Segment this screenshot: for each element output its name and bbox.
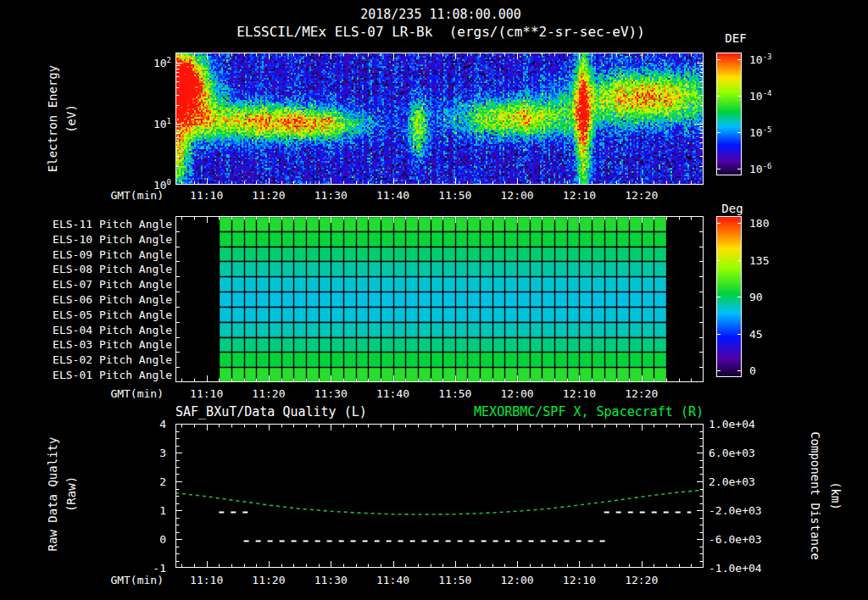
deg-colorbar-title: Deg: [721, 202, 743, 215]
x-tick-label: 11:40: [376, 189, 409, 202]
timestamp-title: 2018/235 11:08:00.000: [127, 7, 754, 22]
pitch-row-label: ELS-04 Pitch Angle: [53, 323, 172, 336]
quality-ytick-label: -1: [153, 562, 166, 575]
deg-colorbar-canvas: [716, 216, 742, 377]
x-tick-label: 11:30: [314, 574, 348, 586]
x-tick-label: 11:30: [314, 189, 348, 202]
energy-ytick-label: 101: [153, 117, 171, 131]
def-colorbar-tick-label: 10-4: [749, 89, 772, 103]
energy-ytick-label: 100: [153, 178, 171, 192]
x-tick-label: 12:00: [501, 189, 534, 202]
def-colorbar-tick-label: 10-3: [749, 53, 772, 66]
distance-ytick-label: 2.0e+03: [709, 475, 755, 488]
distance-ytick-label: -6.0e+03: [709, 533, 762, 546]
pitch-row-label: ELS-02 Pitch Angle: [53, 353, 172, 366]
gmt-axis-label-2: GMT(min): [110, 387, 164, 400]
def-colorbar-tick-label: 10-6: [749, 162, 772, 175]
def-colorbar-title: DEF: [725, 31, 746, 45]
quality-y-axis-label: Raw Data Quality: [46, 437, 59, 552]
quality-ytick-label: 4: [159, 418, 166, 431]
x-tick-label: 12:00: [501, 574, 534, 586]
x-tick-label: 12:10: [563, 574, 596, 586]
spectrogram-y-axis-label: Electron Energy: [46, 65, 59, 172]
x-tick-label: 11:40: [376, 387, 409, 400]
distance-ytick-label: 6.0e+03: [709, 447, 755, 459]
electron-energy-spectrogram-canvas: [175, 53, 704, 185]
x-tick-label: 11:30: [314, 387, 348, 400]
pitch-angle-heatmap-canvas: [175, 216, 704, 382]
x-tick-label: 11:50: [438, 189, 471, 202]
quality-ytick-label: 2: [159, 475, 166, 488]
plot-subtitle: ELSSCIL/MEx ELS-07 LR-Bk (ergs/(cm**2-sr…: [93, 24, 788, 40]
x-tick-label: 11:10: [190, 387, 223, 400]
distance-series-title: MEXORBMC/SPF X, Spacecraft (R): [474, 404, 704, 419]
deg-colorbar-tick-label: 0: [749, 364, 756, 377]
pitch-row-label: ELS-09 Pitch Angle: [53, 247, 172, 260]
spectrogram-y-axis-units: (eV): [64, 104, 78, 133]
pitch-row-label: ELS-11 Pitch Angle: [53, 217, 172, 230]
pitch-row-label: ELS-10 Pitch Angle: [53, 232, 172, 245]
x-tick-label: 11:10: [190, 189, 223, 202]
energy-ytick-label: 102: [153, 56, 171, 69]
def-colorbar-tick-label: 10-5: [749, 125, 772, 139]
x-tick-label: 12:00: [501, 387, 534, 400]
x-tick-label: 11:10: [190, 574, 223, 586]
x-tick-label: 11:50: [438, 387, 471, 400]
x-tick-label: 12:20: [625, 189, 658, 202]
plot-screen: 2018/235 11:08:00.000 ELSSCIL/MEx ELS-07…: [0, 0, 868, 600]
pitch-row-label: ELS-01 Pitch Angle: [53, 369, 172, 381]
pitch-row-label: ELS-06 Pitch Angle: [53, 293, 172, 306]
quality-series-title: SAF_BXuT/Data Quality (L): [175, 404, 367, 419]
x-tick-label: 12:10: [563, 189, 596, 202]
pitch-row-label: ELS-05 Pitch Angle: [53, 308, 172, 320]
quality-ytick-label: 0: [159, 533, 166, 546]
pitch-row-label: ELS-03 Pitch Angle: [53, 338, 172, 351]
distance-ytick-label: -1.0e+04: [709, 562, 762, 575]
x-tick-label: 12:20: [625, 387, 658, 400]
x-tick-label: 11:20: [252, 189, 285, 202]
def-colorbar-canvas: [716, 53, 742, 175]
quality-ytick-label: 1: [159, 504, 166, 517]
x-tick-label: 12:20: [625, 574, 658, 586]
gmt-axis-label-3: GMT(min): [110, 574, 164, 586]
quality-y-axis-units: (Raw): [64, 476, 78, 512]
deg-colorbar-tick-label: 135: [749, 253, 769, 266]
distance-y-axis-units: (km): [829, 481, 843, 510]
x-tick-label: 11:50: [438, 574, 471, 586]
pitch-row-label: ELS-08 Pitch Angle: [53, 263, 172, 275]
quality-distance-plot-canvas: [175, 424, 704, 568]
distance-y-axis-label: Component Distance: [809, 431, 822, 560]
x-tick-label: 11:20: [252, 574, 285, 586]
x-tick-label: 11:40: [376, 574, 409, 586]
x-tick-label: 11:20: [252, 387, 285, 400]
deg-colorbar-tick-label: 180: [749, 217, 769, 230]
distance-ytick-label: 1.0e+04: [709, 418, 755, 431]
distance-ytick-label: -2.0e+03: [709, 504, 762, 517]
deg-colorbar-tick-label: 45: [749, 327, 763, 340]
x-tick-label: 12:10: [563, 387, 596, 400]
quality-ytick-label: 3: [159, 447, 166, 459]
deg-colorbar-tick-label: 90: [749, 291, 763, 303]
pitch-row-label: ELS-07 Pitch Angle: [53, 278, 172, 291]
